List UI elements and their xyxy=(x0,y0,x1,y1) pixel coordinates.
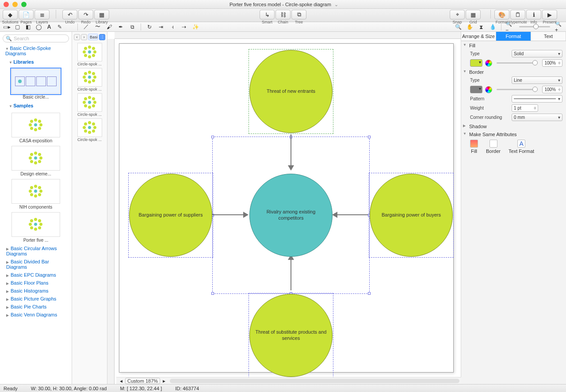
present-button[interactable]: ▶ xyxy=(542,10,557,19)
zoom-readout[interactable]: Custom 187% xyxy=(125,378,160,384)
category-item-4[interactable]: Basic Histograms xyxy=(1,287,71,295)
tree-button-label: Tree xyxy=(295,20,303,24)
distribute-tool[interactable]: ⫞ xyxy=(168,23,177,31)
close-window-button[interactable] xyxy=(4,2,9,7)
page-area[interactable]: Threat of new entrants Bargaining power … xyxy=(119,43,454,373)
fill-type-select[interactable]: Solid xyxy=(512,50,562,57)
category-item-1[interactable]: Basic Divided Bar Diagrams xyxy=(1,258,71,271)
border-pattern-select[interactable] xyxy=(512,95,562,103)
format-button[interactable]: 🎨 xyxy=(494,10,509,19)
category-circle-spoke[interactable]: Basic Circle-Spoke Diagrams xyxy=(1,44,71,57)
section-fill[interactable]: Fill xyxy=(461,41,566,49)
msa-text-format-button[interactable]: AText Format xyxy=(509,140,534,154)
stamp-tool[interactable]: ⧗ xyxy=(476,23,486,31)
tab-format[interactable]: Format xyxy=(496,32,531,41)
fill-color-wheel[interactable] xyxy=(485,60,492,67)
border-color-wheel[interactable] xyxy=(485,86,492,93)
pen-tool[interactable]: ✒ xyxy=(116,23,126,31)
fill-opacity-slider[interactable] xyxy=(497,62,538,64)
grid-button[interactable]: ▦ xyxy=(466,10,481,19)
section-shadow[interactable]: Shadow xyxy=(461,122,566,130)
solutions-panel: 🔍 Search Basic Circle-Spoke Diagrams Lib… xyxy=(0,32,72,384)
lib-thumb-2[interactable] xyxy=(77,93,102,112)
node-bargaining-suppliers[interactable]: Bargaining power of suppliers xyxy=(129,174,212,257)
hypernote-button[interactable]: 🗒 xyxy=(510,10,525,19)
category-item-0[interactable]: Basic Circular Arrows Diagrams xyxy=(1,244,71,258)
category-item-6[interactable]: Basic Pie Charts xyxy=(1,303,71,311)
node-label: Threat of substitute products and servic… xyxy=(254,329,328,342)
connect-tool[interactable]: ⇢ xyxy=(179,23,189,31)
zoom-slider[interactable] xyxy=(519,26,550,27)
align-tool[interactable]: ⇥ xyxy=(156,23,166,31)
samples-section[interactable]: Samples xyxy=(1,101,71,110)
page-prev-button[interactable]: ◂ xyxy=(118,378,124,384)
tab-text[interactable]: Text xyxy=(531,32,566,41)
category-item-7[interactable]: Basic Venn Diagrams xyxy=(1,311,71,319)
page-next-button[interactable]: ▸ xyxy=(161,378,167,384)
layers-button[interactable]: ≣ xyxy=(34,10,50,19)
border-type-select[interactable]: Line xyxy=(512,76,562,84)
border-type-label: Type xyxy=(470,78,509,83)
tab-arrange-size[interactable]: Arrange & Size xyxy=(461,32,496,41)
solutions-button[interactable]: ◆ xyxy=(3,10,18,19)
libraries-section[interactable]: Libraries xyxy=(1,57,71,66)
pages-button[interactable]: 📄 xyxy=(19,10,34,19)
category-item-2[interactable]: Basic EPC Diagrams xyxy=(1,271,71,279)
info-button[interactable]: ℹ xyxy=(526,10,541,19)
lib-breadcrumb[interactable]: Basic... xyxy=(88,34,98,40)
lib-nav-fwd[interactable]: › xyxy=(81,34,87,40)
corner-rounding-label: Corner rounding xyxy=(470,115,509,120)
library-button[interactable]: ▦ xyxy=(94,10,109,19)
magic-tool[interactable]: ✨ xyxy=(191,23,200,31)
crop-tool[interactable]: ⧉ xyxy=(127,23,137,31)
chain-button[interactable]: ⛓ xyxy=(275,10,291,19)
panel-search-input[interactable]: 🔍 Search xyxy=(3,34,69,42)
border-weight-stepper[interactable]: 1 pt xyxy=(512,104,538,112)
sample-thumb-0[interactable] xyxy=(11,113,60,137)
horizontal-scrollbar[interactable] xyxy=(170,379,459,383)
title-dropdown-icon[interactable]: ⌄ xyxy=(334,2,338,7)
sample-thumb-3[interactable] xyxy=(11,212,60,237)
border-opacity-slider[interactable] xyxy=(497,89,538,90)
node-bargaining-buyers[interactable]: Bargaining power of buyers xyxy=(370,174,453,257)
drawing-canvas[interactable]: Threat of new entrants Bargaining power … xyxy=(107,32,461,384)
lib-thumb-0[interactable] xyxy=(77,43,102,61)
lib-thumb-label: Circle-spok ... xyxy=(73,112,106,117)
msa-fill-button[interactable]: Fill xyxy=(470,140,478,154)
library-thumb-basic-circle[interactable] xyxy=(11,69,60,94)
section-make-same-attributes[interactable]: Make Same Attributes xyxy=(461,130,566,138)
lib-nav-back[interactable]: ‹ xyxy=(74,34,80,40)
sample-thumb-2[interactable] xyxy=(11,179,60,204)
node-threat-new-entrants[interactable]: Threat of new entrants xyxy=(249,50,333,133)
category-item-5[interactable]: Basic Picture Graphs xyxy=(1,295,71,303)
msa-border-button[interactable]: Border xyxy=(486,140,501,154)
corner-rounding-select[interactable]: 0 mm xyxy=(512,114,562,121)
snap-button[interactable]: ⌖ xyxy=(450,10,465,19)
border-opacity-value[interactable]: 100% xyxy=(542,86,562,93)
main-toolbar: ◆Solutions📄Pages≣Layers ↶Undo↷Redo▦Libra… xyxy=(0,9,566,22)
fill-opacity-value[interactable]: 100% xyxy=(542,59,562,67)
fill-color-swatch[interactable] xyxy=(470,59,482,67)
lib-thumb-3[interactable] xyxy=(77,118,102,137)
lib-thumb-1[interactable] xyxy=(77,68,102,87)
lib-menu-button[interactable]: ⋮ xyxy=(99,34,105,40)
node-rivalry-center[interactable]: Rivalry among existing competitors xyxy=(249,174,333,257)
format-button-label: Format xyxy=(496,20,509,24)
zoom-window-button[interactable] xyxy=(21,2,27,7)
border-color-swatch[interactable] xyxy=(470,86,482,93)
category-item-3[interactable]: Basic Floor Plans xyxy=(1,279,71,287)
lib-thumb-label: Circle-spok ... xyxy=(73,87,106,91)
arrow-bottom xyxy=(291,259,291,290)
section-border[interactable]: Border xyxy=(461,68,566,76)
layers-button-label: Layers xyxy=(36,20,48,24)
node-threat-substitutes[interactable]: Threat of substitute products and servic… xyxy=(249,294,333,377)
smart-button[interactable]: ↳ xyxy=(260,10,275,19)
rotate-tool[interactable]: ↻ xyxy=(145,23,154,31)
tree-button[interactable]: ⧉ xyxy=(291,10,306,19)
vertical-ruler xyxy=(107,39,115,384)
minimize-window-button[interactable] xyxy=(12,2,18,7)
sample-thumb-1[interactable] xyxy=(11,146,60,171)
redo-button[interactable]: ↷ xyxy=(78,10,93,19)
undo-button[interactable]: ↶ xyxy=(62,10,77,19)
edit-tool[interactable]: ✎ xyxy=(55,23,65,31)
